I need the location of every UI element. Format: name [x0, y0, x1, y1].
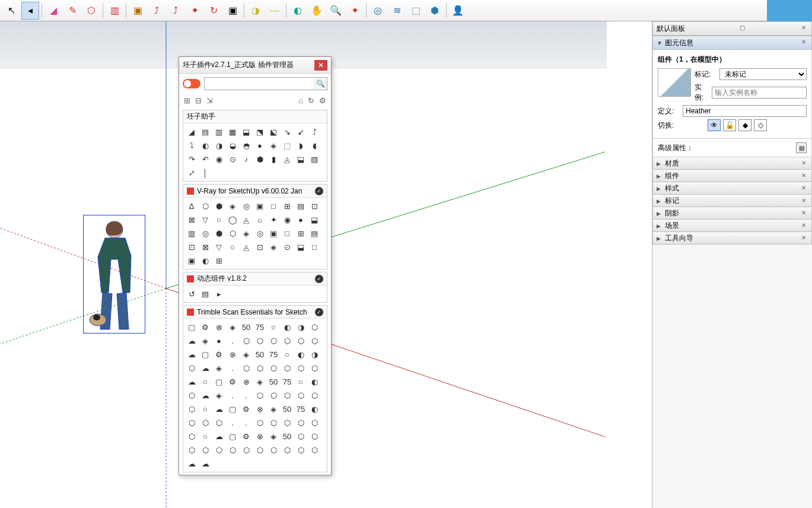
plugin-tool-icon[interactable]: ⬡: [186, 444, 198, 456]
plugin-tool-icon[interactable]: ◈: [268, 430, 279, 442]
plugin-tool-icon[interactable]: ⬡: [308, 335, 320, 347]
plugin-tool-icon[interactable]: ○: [199, 376, 211, 388]
plugin-tool-icon[interactable]: ⬓: [295, 153, 307, 165]
plugin-tool-icon[interactable]: ◑: [295, 321, 307, 333]
plugin-tool-icon[interactable]: ⬡: [281, 335, 293, 347]
plugin-tool-icon[interactable]: .: [240, 389, 252, 401]
plugin-tool-icon[interactable]: ⬡: [308, 417, 320, 428]
section-header[interactable]: 坯子助手: [183, 110, 327, 123]
user-icon[interactable]: 👤: [449, 2, 467, 20]
plugin-tool-icon[interactable]: ☁: [186, 458, 198, 469]
plugin-tool-icon[interactable]: ⬓: [295, 241, 307, 253]
minimize-icon[interactable]: ▢: [738, 24, 747, 33]
material-thumb[interactable]: [658, 68, 691, 97]
plugin-tool-icon[interactable]: ◎: [254, 227, 266, 239]
plugin-tool-icon[interactable]: ◎: [240, 200, 252, 212]
plugin-tool-icon[interactable]: ⬡: [281, 444, 293, 456]
plugin-tool-icon[interactable]: ○: [281, 348, 293, 360]
plugin-tool-icon[interactable]: ⬡: [295, 430, 307, 442]
dialog-titlebar[interactable]: 坯子插件v2.7.1_正式版 插件管理器 ✕: [179, 57, 331, 74]
plugin-tool-icon[interactable]: ↙: [295, 126, 307, 138]
selection-box[interactable]: [83, 215, 145, 334]
plugin-tool-icon[interactable]: ☁: [186, 376, 198, 388]
plugin-tool-icon[interactable]: ⬡: [213, 444, 225, 456]
plugin-tool-icon[interactable]: ⬡: [254, 362, 266, 374]
plugin-tool-icon[interactable]: ▤: [308, 227, 320, 239]
plugin-tool-icon[interactable]: ◈: [254, 376, 266, 388]
plugin-tool-icon[interactable]: 75: [254, 321, 266, 333]
plugin-tool-icon[interactable]: ☁: [199, 362, 211, 374]
plugin-tool-icon[interactable]: ↷: [186, 153, 198, 165]
plugin-tool-icon[interactable]: ⬡: [295, 335, 307, 347]
plugin-tool-icon[interactable]: ⊡: [308, 200, 320, 212]
plugin-tool-icon[interactable]: ▥: [186, 227, 198, 239]
plugin-tool-icon[interactable]: ⬡: [199, 444, 211, 456]
plugin-tool-icon[interactable]: ◈: [240, 227, 252, 239]
plugin-tool-icon[interactable]: ⬡: [295, 389, 307, 401]
select-tool[interactable]: ↖: [2, 2, 20, 20]
accordion-阴影[interactable]: ▶阴影✕: [652, 208, 812, 220]
plugin-tool-icon[interactable]: ◈: [227, 200, 238, 212]
close-icon[interactable]: ✕: [800, 172, 808, 180]
search-input[interactable]: [205, 78, 314, 90]
tray-title[interactable]: 默认面板 ▢ ✕: [652, 21, 812, 36]
plugin-tool-icon[interactable]: 75: [281, 376, 293, 388]
plugin-tool-icon[interactable]: ⬓: [308, 214, 320, 226]
plugin-tool-icon[interactable]: ◎: [199, 227, 211, 239]
pan-tool[interactable]: ✋: [308, 2, 326, 20]
plugin-tool-icon[interactable]: ◖: [308, 139, 320, 151]
plugin-tool-icon[interactable]: ●: [295, 214, 307, 226]
plugin-tool-icon[interactable]: ▦: [227, 126, 238, 138]
definition-input[interactable]: [683, 105, 807, 117]
plugin-tool-icon[interactable]: ⬡: [254, 417, 266, 428]
plugin-tool-icon[interactable]: ◈: [213, 389, 225, 401]
arc-tool[interactable]: ⬡: [82, 2, 100, 20]
select-tool-2[interactable]: ◂: [21, 2, 39, 20]
plugin-tool-icon[interactable]: ○: [227, 241, 238, 253]
offset-tool[interactable]: ▣: [224, 2, 241, 20]
plugin-tool-icon[interactable]: ↘: [281, 126, 293, 138]
plugin-tool-icon[interactable]: ⬡: [295, 417, 307, 428]
plugin-tool-icon[interactable]: ◬: [240, 241, 252, 253]
plugin-tool-icon[interactable]: ◈: [240, 348, 252, 360]
plugin-tool-icon[interactable]: ▸: [213, 288, 225, 300]
plugin-tool-icon[interactable]: ○: [199, 403, 211, 415]
plugin-tool-icon[interactable]: ◈: [227, 321, 238, 333]
toggle-shadow-icon[interactable]: ◆: [738, 119, 752, 131]
plugin-tool-icon[interactable]: ⬢: [213, 200, 225, 212]
plugin-tool-icon[interactable]: 50: [240, 321, 252, 333]
ext2-icon[interactable]: ≋: [388, 2, 406, 20]
accordion-样式[interactable]: ▶样式✕: [652, 183, 812, 195]
plugin-tool-icon[interactable]: ⬡: [213, 417, 225, 428]
plugin-tool-icon[interactable]: .: [240, 417, 252, 428]
plugin-tool-icon[interactable]: ⬡: [268, 362, 279, 374]
plugin-tool-icon[interactable]: ○: [268, 321, 279, 333]
plugin-tool-icon[interactable]: ⬡: [268, 389, 279, 401]
section-header[interactable]: Trimble Scan Essentials for Sketch✓: [183, 306, 327, 319]
close-icon[interactable]: ✕: [800, 185, 808, 193]
plugin-tool-icon[interactable]: ▢: [227, 430, 238, 442]
accordion-场景[interactable]: ▶场景✕: [652, 220, 812, 232]
toggle-visible-icon[interactable]: 👁: [708, 119, 721, 131]
rect-tool[interactable]: ▥: [106, 2, 123, 20]
plugin-tool-icon[interactable]: │: [199, 167, 211, 179]
orbit-tool[interactable]: ◐: [289, 2, 307, 20]
eraser-tool[interactable]: ◢: [44, 2, 62, 20]
plugin-tool-icon[interactable]: ▣: [254, 200, 266, 212]
plugin-tool-icon[interactable]: ⬡: [227, 227, 238, 239]
ext1-icon[interactable]: ◎: [369, 2, 387, 20]
rotate-tool[interactable]: ✦: [186, 2, 203, 20]
plugin-tool-icon[interactable]: ⚙: [213, 348, 225, 360]
adv-properties[interactable]: 高级属性： ▤: [652, 139, 812, 157]
plugin-tool-icon[interactable]: ☁: [199, 389, 211, 401]
plugin-tool-icon[interactable]: ⤵: [186, 139, 198, 151]
protractor-tool[interactable]: —: [266, 2, 284, 20]
plugin-tool-icon[interactable]: ▮: [268, 153, 279, 165]
plugin-tool-icon[interactable]: ☁: [199, 458, 211, 469]
plugin-tool-icon[interactable]: ◈: [199, 335, 211, 347]
plugin-tool-icon[interactable]: ▤: [199, 126, 211, 138]
plugin-tool-icon[interactable]: 75: [268, 348, 279, 360]
plugin-tool-icon[interactable]: ⬚: [281, 139, 293, 151]
close-icon[interactable]: ✕: [800, 24, 808, 33]
ext3-icon[interactable]: ⬚: [407, 2, 425, 20]
